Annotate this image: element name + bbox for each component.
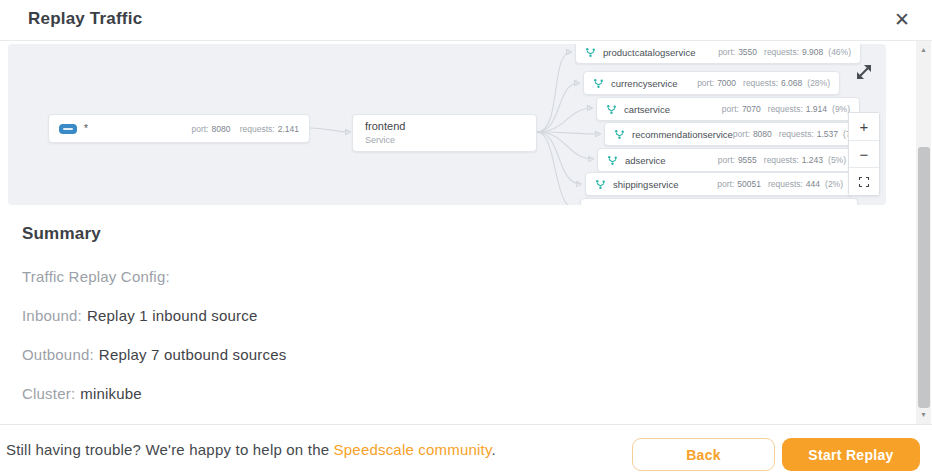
zoom-in-button[interactable]: + xyxy=(849,113,879,140)
service-node-checkoutservice[interactable]: checkoutservice port:5050requests:7 xyxy=(580,198,858,205)
zoom-out-button[interactable]: − xyxy=(849,140,879,168)
service-node-recommendationservice[interactable]: recommendationservice port:8080requests:… xyxy=(604,122,862,146)
modal-header: Replay Traffic ✕ xyxy=(0,0,932,41)
service-node-productcatalogservice[interactable]: productcatalogservice port:3550requests:… xyxy=(575,44,861,64)
service-branch-icon xyxy=(590,205,601,206)
service-branch-icon xyxy=(607,155,618,166)
service-branch-icon xyxy=(585,47,596,58)
scrollbar-thumb[interactable] xyxy=(918,147,930,408)
fit-view-button[interactable] xyxy=(849,167,879,195)
summary-heading: Summary xyxy=(22,224,101,244)
service-branch-icon xyxy=(606,104,617,115)
expand-map-icon[interactable] xyxy=(849,58,879,88)
service-node-shippingservice[interactable]: shippingservice port:50051requests:444(2… xyxy=(585,172,853,196)
service-node-cartservice[interactable]: cartservice port:7070requests:1.914(9%) xyxy=(596,97,860,121)
source-node-label: * xyxy=(84,123,88,134)
map-zoom-controls: + − xyxy=(848,112,880,196)
summary-row-inbound: Inbound:Replay 1 inbound source xyxy=(22,307,258,324)
close-icon[interactable]: ✕ xyxy=(888,6,916,34)
scroll-down-icon[interactable]: ▼ xyxy=(916,408,931,422)
modal-footer: Still having trouble? We're happy to hel… xyxy=(0,424,932,476)
traffic-service-map[interactable]: * port:8080 requests:2.141 frontend Serv… xyxy=(8,44,886,205)
start-replay-button[interactable]: Start Replay xyxy=(782,438,920,471)
summary-row-outbound: Outbound:Replay 7 outbound sources xyxy=(22,346,286,363)
service-branch-icon xyxy=(595,179,606,190)
summary-row-config: Traffic Replay Config: xyxy=(22,268,175,285)
vertical-scrollbar[interactable]: ▲ ▼ xyxy=(916,41,931,424)
frontend-node-name: frontend xyxy=(365,119,524,134)
scroll-up-icon[interactable]: ▲ xyxy=(916,43,931,57)
service-branch-icon xyxy=(614,129,625,140)
diagonal-resize-arrow-icon xyxy=(852,60,876,84)
fullscreen-corners-icon xyxy=(858,176,870,188)
back-button[interactable]: Back xyxy=(632,438,775,471)
service-node-adservice[interactable]: adservice port:9555requests:1.243(5%) xyxy=(597,148,856,172)
replay-traffic-modal: Replay Traffic ✕ xyxy=(0,0,932,476)
service-branch-icon xyxy=(593,78,604,89)
source-protocol-badge-icon xyxy=(59,124,77,134)
speedscale-community-link[interactable]: Speedscale community xyxy=(334,441,492,458)
frontend-node[interactable]: frontend Service xyxy=(352,114,537,152)
help-text: Still having trouble? We're happy to hel… xyxy=(6,441,496,458)
summary-row-cluster: Cluster:minikube xyxy=(22,385,142,402)
source-node[interactable]: * port:8080 requests:2.141 xyxy=(48,114,310,143)
modal-content: * port:8080 requests:2.141 frontend Serv… xyxy=(0,41,915,424)
service-node-currencyservice[interactable]: currencyservice port:7000requests:6.068(… xyxy=(583,71,840,95)
source-node-stats: port:8080 requests:2.141 xyxy=(191,124,299,134)
frontend-node-type: Service xyxy=(365,134,524,146)
modal-title: Replay Traffic xyxy=(28,9,142,29)
